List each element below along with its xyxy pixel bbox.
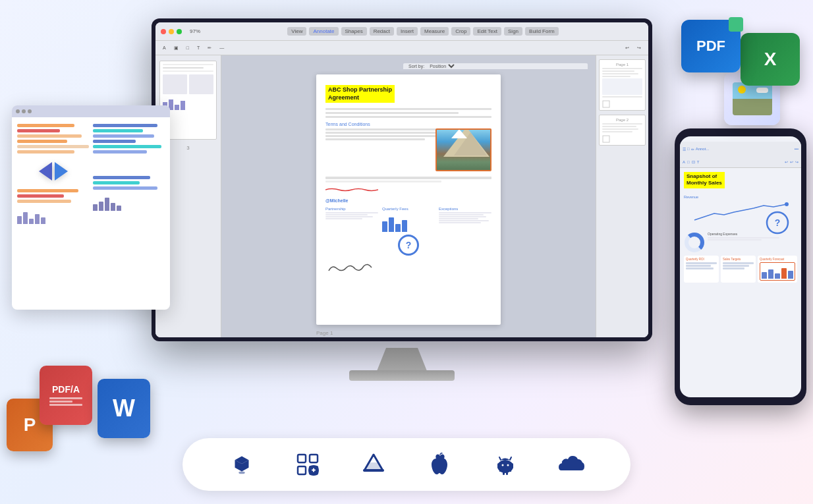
svg-point-11 [238, 471, 245, 474]
page-1-checkbox [602, 99, 610, 107]
svg-point-27 [507, 464, 509, 466]
apple-icon [423, 448, 456, 481]
pdfa-label: PDF/A [52, 384, 80, 395]
wavy-annotation [325, 188, 378, 192]
doc-line-2 [325, 112, 459, 114]
tablet-page-btn[interactable]: □ [687, 147, 690, 151]
ann-pen-btn[interactable]: ✏ [206, 44, 213, 52]
svg-rect-31 [506, 472, 508, 475]
sort-select[interactable]: Position [427, 63, 457, 69]
signature-svg [325, 261, 378, 274]
pdfa-line-2 [49, 401, 72, 403]
ann-text-btn[interactable]: A [161, 44, 168, 51]
excel-label: X [764, 49, 777, 70]
fl-line-3 [17, 134, 82, 138]
tablet-text2-btn[interactable]: T [697, 160, 700, 164]
stats-row: Quarterly ROI Sales Targets [684, 256, 797, 283]
doc-line-3 [325, 116, 491, 118]
monitor-screen: 97% View Annotate Shapes Redact Insert M… [152, 18, 652, 341]
fl-line-6 [17, 150, 74, 154]
tablet-rect-btn[interactable]: □ [687, 160, 690, 164]
expense-donut [684, 232, 705, 253]
ann-undo-btn[interactable]: ↩ [623, 44, 631, 52]
circle-question: ? [398, 235, 419, 256]
pdfa-icon-card: PDF/A [40, 366, 92, 425]
measure-btn[interactable]: Measure [420, 27, 449, 36]
stat-lines-1 [686, 262, 717, 269]
word-label: W [113, 395, 135, 422]
terms-header: Terms and Conditions [325, 122, 491, 126]
tablet-ann-btn[interactable]: Annot... [696, 147, 710, 151]
ppt-label: P [24, 414, 36, 435]
buildform-btn[interactable]: Build Form [525, 27, 559, 36]
monitor-base [349, 370, 455, 381]
pdf-main-view: Sort by: Position ABC Shop Partnership A… [221, 55, 596, 337]
crop-btn[interactable]: Crop [451, 27, 470, 36]
svg-text:?: ? [775, 217, 781, 228]
fl-line-4 [17, 140, 67, 143]
photo-landscape [733, 82, 772, 115]
tablet-more-btn[interactable]: ••• [795, 147, 799, 151]
mountain-image [435, 128, 491, 171]
ann-t-btn[interactable]: T [195, 44, 202, 51]
tablet-undo2-btn[interactable]: ↩ [790, 159, 793, 164]
stat-forecast: Quarterly Forecast [758, 256, 797, 283]
ann-highlight-btn[interactable]: ▣ [172, 44, 181, 52]
pdfa-line-1 [49, 397, 82, 399]
edittext-btn[interactable]: Edit Text [473, 27, 501, 36]
page-1-thumb-label: Page 1 [602, 63, 642, 67]
insert-btn[interactable]: Insert [397, 27, 418, 36]
tablet-menu-btn[interactable]: ☰ [683, 147, 686, 152]
doc-sections: Partnership Quarterly Fees [325, 207, 491, 256]
redact-btn[interactable]: Redact [370, 27, 394, 36]
ann-line-btn[interactable]: — [217, 44, 226, 51]
shapes-btn[interactable]: Shapes [341, 27, 367, 36]
partnership-section: Partnership [325, 207, 378, 256]
svg-rect-0 [603, 101, 609, 107]
fr-line-3 [93, 134, 154, 138]
page-thumb-2[interactable]: Page 2 [599, 115, 646, 146]
word-icon-card: W [98, 379, 150, 438]
tablet-stamp-btn[interactable]: ⊡ [692, 159, 695, 164]
pdf-icon-bg: PDF [681, 20, 741, 72]
annotate-btn[interactable]: Annotate [309, 27, 338, 36]
pdf-page-1: ABC Shop Partnership Agreement Terms and… [316, 74, 501, 325]
float-doc-header [12, 105, 170, 117]
fr-line-2 [93, 129, 143, 132]
tablet-snapshot-title: Snapshot of Monthly Sales [684, 172, 725, 188]
fr-line-1 [93, 124, 157, 127]
sign-btn[interactable]: Sign [504, 27, 522, 36]
stat-sales: Sales Targets [721, 256, 756, 283]
fees-section: Quarterly Fees ? [382, 207, 435, 256]
pdf-icon-card: PDF [681, 20, 747, 79]
pdf-icon-label: PDF [696, 38, 725, 55]
fl-line-1 [17, 124, 74, 127]
sort-label: Sort by: [408, 64, 424, 69]
ann-rect-btn[interactable]: □ [184, 44, 191, 51]
snow-cap [451, 129, 467, 138]
svg-rect-12 [298, 455, 306, 462]
sort-bar: Sort by: Position [403, 63, 588, 69]
stat-lines-2 [723, 262, 754, 269]
page-2-thumb-label: Page 2 [602, 118, 642, 122]
page-2-checkbox [602, 134, 610, 142]
page-1-label: Page 1 [316, 330, 501, 336]
tablet-undo-btn[interactable]: ↩ [785, 159, 788, 164]
ann-redo-btn[interactable]: ↪ [635, 44, 643, 52]
tablet-toolbar: ☰ □ ✏ Annot... ••• [680, 142, 801, 156]
fr-line-9 [93, 186, 157, 190]
page-thumb-1[interactable]: Page 1 [599, 59, 646, 111]
tablet-toolbar-2: A □ ⊡ T ↩ ↩ ↪ [680, 156, 801, 168]
fr-line-8 [93, 181, 140, 184]
mention-tag: @Michelle [325, 198, 491, 203]
view-btn[interactable]: View [287, 27, 306, 36]
forecast-chart [760, 262, 795, 281]
pdf-content-area: 3 Sort by: Position ABC Shop Partners [155, 55, 648, 337]
tablet-pen-btn[interactable]: ✏ [691, 147, 694, 152]
revenue-label: Revenue [684, 195, 797, 199]
fr-line-5 [93, 145, 161, 148]
tablet-redo-btn[interactable]: ↪ [795, 159, 799, 164]
svg-rect-18 [313, 468, 314, 472]
pages-panel: Page 1 Page 2 [596, 55, 648, 337]
tablet-t-btn[interactable]: A [683, 160, 685, 164]
